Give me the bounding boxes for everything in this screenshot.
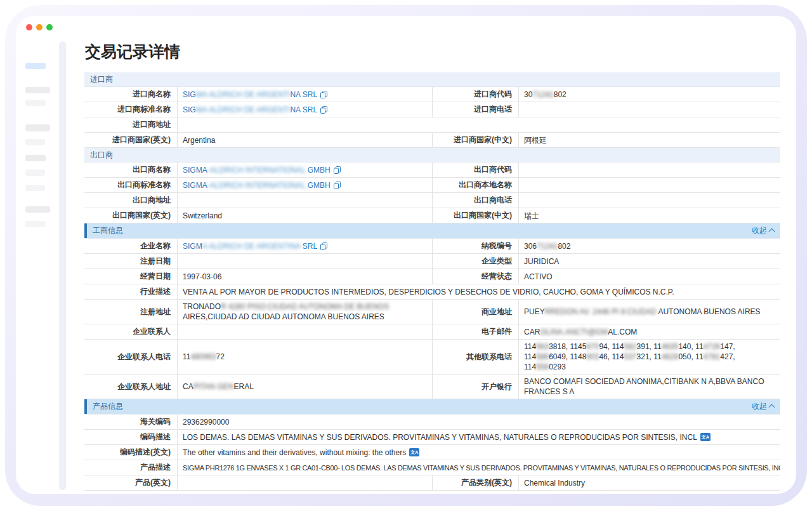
- field: 企业联系人电话1148096372: [84, 340, 432, 374]
- company-name-link[interactable]: SIGMA ALDRICH DE ARGENTINA SRL: [183, 241, 317, 251]
- field-value: SIGMA ALDRICH DE ARGENTINA SRL: [178, 239, 432, 253]
- table-row: 出口商名称SIGMA-ALDRICH INTERNATIONAL GMBH出口商…: [84, 163, 780, 178]
- field: 进口商地址: [84, 117, 433, 132]
- field: 出口商地址: [84, 193, 432, 208]
- field-text: Chemical Industry: [524, 478, 585, 488]
- table-row: 注册日期企业类型JURIDICA: [84, 254, 780, 269]
- redacted-text: -ALDRICH INTERNATIONAL: [207, 181, 306, 190]
- section-title: 出口商: [90, 150, 113, 161]
- field-text: 1997-03-06: [183, 272, 221, 282]
- window-frame: 交易记录详情 进口商进口商名称SIGMA ALDRICH DE ARGENTIN…: [5, 5, 807, 506]
- field-value: SIGMA-ALDRICH INTERNATIONAL GMBH: [178, 178, 432, 192]
- field-value: LOS DEMAS. LAS DEMAS VITAMINAS Y SUS DER…: [178, 430, 780, 444]
- field: 行业描述VENTA AL POR MAYOR DE PRODUCTOS INTE…: [84, 284, 780, 299]
- table-row: 出口商地址出口商电话: [84, 193, 780, 208]
- copy-icon[interactable]: [334, 166, 341, 174]
- collapse-label: 收起: [752, 225, 767, 236]
- sidebar-item-placeholder[interactable]: [25, 206, 50, 213]
- field-label: 进口商标准名称: [84, 102, 178, 117]
- table-row: 企业联系人电子邮件CAROLINA.ANCTI@GMAL.COM: [84, 324, 780, 340]
- copy-icon[interactable]: [320, 106, 327, 114]
- field-value: The other vitamins and their derivatives…: [178, 445, 780, 460]
- collapse-button[interactable]: 收起: [752, 225, 774, 236]
- copy-icon[interactable]: [334, 182, 341, 189]
- minimize-button[interactable]: [36, 24, 43, 30]
- field-label: 纳税编号: [433, 239, 519, 253]
- field-label: 出口商电话: [433, 193, 519, 208]
- table-row: 产品描述SIGMA PHR1276 1G ENVASES X 1 GR CA01…: [84, 460, 780, 475]
- field-value: VENTA AL POR MAYOR DE PRODUCTOS INTERMED…: [178, 284, 780, 299]
- field-text: 29362990000: [183, 417, 229, 427]
- detail-table: 进口商进口商名称SIGMA ALDRICH DE ARGENTINA SRL进口…: [84, 72, 780, 491]
- field-text: CAPITAN GENERAL: [183, 382, 254, 392]
- redacted-text: MA ALDRICH DE ARGENTI: [196, 90, 291, 99]
- field-label: 编码描述(英文): [84, 445, 178, 460]
- field: 其他联系电话1145633818, 114567094, 114582391, …: [432, 340, 780, 374]
- field-label: 企业联系人地址: [84, 375, 178, 399]
- table-row: 编码描述(英文)The other vitamins and their der…: [84, 445, 780, 460]
- copy-icon[interactable]: [320, 91, 327, 98]
- field-label: 出口商代码: [433, 163, 519, 177]
- field: 企业类型JURIDICA: [432, 254, 780, 269]
- redacted-text: MA ALDRICH DE ARGENTI: [196, 105, 291, 114]
- field-label: 进口商国家(中文): [433, 133, 519, 147]
- table-row: 行业描述VENTA AL POR MAYOR DE PRODUCTOS INTE…: [84, 284, 780, 300]
- chevron-up-icon: [769, 404, 775, 411]
- field-value: ACTIVO: [519, 269, 780, 284]
- table-row: 企业联系人电话1148096372其他联系电话1145633818, 11456…: [84, 340, 780, 375]
- close-button[interactable]: [26, 24, 32, 30]
- field: 进口商国家(中文)阿根廷: [432, 133, 780, 147]
- field: 企业联系人地址CAPITAN GENERAL: [84, 375, 432, 399]
- table-row: 出口商标准名称SIGMA-ALDRICH INTERNATIONAL GMBH出…: [84, 178, 780, 193]
- sidebar-item-placeholder[interactable]: [25, 221, 46, 227]
- empty-cell: [433, 117, 781, 132]
- sidebar-item-placeholder[interactable]: [25, 100, 46, 106]
- redacted-text: 71241: [537, 242, 558, 251]
- sidebar-item-placeholder[interactable]: [25, 169, 45, 176]
- field-value: [178, 475, 432, 490]
- field: 出口商代码: [432, 163, 780, 177]
- field-label: 出口商国家(中文): [433, 208, 519, 223]
- field: 经营状态ACTIVO: [432, 269, 780, 284]
- table-row: 编码描述LOS DEMAS. LAS DEMAS VITAMINAS Y SUS…: [84, 430, 780, 445]
- field: 注册地址TRONADOR 4280 PISO:CIUDAD AUTONOMA D…: [84, 300, 432, 324]
- copy-icon[interactable]: [320, 242, 327, 250]
- maximize-button[interactable]: [46, 24, 53, 30]
- field: 出口商电话: [432, 193, 780, 208]
- field-value: SIGMA ALDRICH DE ARGENTINA SRL: [178, 102, 432, 117]
- field-value: 1148096372: [178, 340, 432, 374]
- sidebar-item-placeholder[interactable]: [25, 87, 50, 93]
- field-label: 企业联系人电话: [84, 340, 178, 374]
- field: 进口商国家(英文)Argentina: [84, 133, 432, 147]
- company-name-link[interactable]: SIGMA-ALDRICH INTERNATIONAL GMBH: [183, 165, 331, 175]
- field-value: [519, 193, 780, 208]
- sidebar-item-placeholder[interactable]: [25, 124, 50, 131]
- field-value: 瑞士: [519, 208, 780, 223]
- company-name-link[interactable]: SIGMA-ALDRICH INTERNATIONAL GMBH: [183, 180, 331, 190]
- company-name-link[interactable]: SIGMA ALDRICH DE ARGENTINA SRL: [183, 90, 317, 100]
- field-label: 编码描述: [84, 430, 178, 444]
- sidebar-item-placeholder[interactable]: [25, 139, 45, 145]
- sidebar-item-active[interactable]: [25, 63, 46, 69]
- translate-icon[interactable]: 文A: [700, 433, 710, 441]
- field-text: SIGMA PHR1276 1G ENVASES X 1 GR CA01-CB0…: [183, 463, 780, 473]
- company-name-link[interactable]: SIGMA ALDRICH DE ARGENTINA SRL: [183, 105, 317, 115]
- field-value: 30671241802: [519, 239, 780, 253]
- field-value: PUEYRREDON AV. 2446 PI 8:CIUDAD AUTONOMA…: [519, 300, 780, 324]
- field: 企业名称SIGMA ALDRICH DE ARGENTINA SRL: [84, 239, 432, 253]
- translate-icon[interactable]: 文A: [409, 448, 419, 456]
- field-label: 产品类别(英文): [433, 475, 519, 490]
- field-label: 经营日期: [84, 269, 178, 284]
- table-row: 产品(英文)产品类别(英文)Chemical Industry: [84, 475, 780, 491]
- field: 编码描述LOS DEMAS. LAS DEMAS VITAMINAS Y SUS…: [84, 430, 780, 444]
- collapse-button[interactable]: 收起: [752, 401, 774, 412]
- chevron-up-icon: [769, 229, 775, 235]
- table-row: 进口商国家(英文)Argentina进口商国家(中文)阿根廷: [84, 133, 780, 148]
- table-row: 注册地址TRONADOR 4280 PISO:CIUDAD AUTONOMA D…: [84, 300, 780, 324]
- page-title: 交易记录详情: [85, 41, 780, 62]
- field: 注册日期: [84, 254, 432, 269]
- field-label: 海关编码: [84, 415, 178, 429]
- sidebar-item-placeholder[interactable]: [25, 155, 46, 161]
- redacted-text: -ALDRICH INTERNATIONAL: [207, 166, 306, 175]
- sidebar-item-placeholder[interactable]: [25, 185, 45, 191]
